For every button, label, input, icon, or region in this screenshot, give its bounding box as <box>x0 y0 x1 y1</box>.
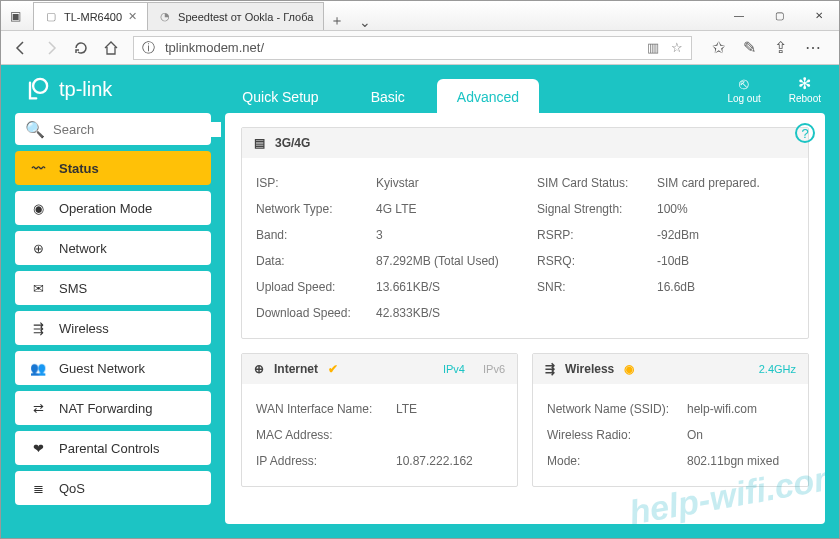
globe-icon: ⊕ <box>29 241 47 256</box>
nav-quick-setup[interactable]: Quick Setup <box>222 79 338 113</box>
sidebar-item-parental-controls[interactable]: ❤Parental Controls <box>15 431 211 465</box>
sidebar: 🔍 〰Status ◉Operation Mode ⊕Network ✉SMS … <box>15 113 211 524</box>
qos-icon: ≣ <box>29 481 47 496</box>
forward-button[interactable] <box>43 40 59 56</box>
share-icon[interactable]: ⇪ <box>774 38 787 57</box>
sidebar-item-guest-network[interactable]: 👥Guest Network <box>15 351 211 385</box>
tplink-logo-icon <box>23 75 51 103</box>
reader-icon[interactable]: ▥ <box>647 40 659 55</box>
sidebar-item-wireless[interactable]: ⇶Wireless <box>15 311 211 345</box>
dot-circle-icon: ◉ <box>29 201 47 216</box>
wifi-icon: ⇶ <box>29 321 47 336</box>
address-bar[interactable]: ⓘ tplinkmodem.net/ ▥ ☆ <box>133 36 692 60</box>
search-input[interactable] <box>53 122 221 137</box>
favorites-icon[interactable]: ✩ <box>712 38 725 57</box>
refresh-button[interactable] <box>73 40 89 56</box>
browser-toolbar: ⓘ tplinkmodem.net/ ▥ ☆ ✩ ✎ ⇪ ⋯ <box>1 31 839 65</box>
reboot-button[interactable]: ✻Reboot <box>789 75 821 104</box>
new-tab-button[interactable]: ＋ <box>323 12 351 30</box>
card-title: Internet <box>274 362 318 376</box>
close-window-button[interactable]: ✕ <box>799 1 839 30</box>
card-title: Wireless <box>565 362 614 376</box>
help-button[interactable]: ? <box>795 123 815 143</box>
favicon-icon: ◔ <box>158 10 172 24</box>
users-icon: 👥 <box>29 361 47 376</box>
tabs-chevron-icon[interactable]: ⌄ <box>351 14 379 30</box>
browser-titlebar: ▣ ▢ TL-MR6400 ✕ ◔ Speedtest от Ookla - Г… <box>1 1 839 31</box>
nav-advanced[interactable]: Advanced <box>437 79 539 113</box>
favicon-icon: ▢ <box>44 10 58 24</box>
notes-icon[interactable]: ✎ <box>743 38 756 57</box>
reboot-icon: ✻ <box>789 75 821 93</box>
browser-tab[interactable]: ◔ Speedtest от Ookla - Глоба <box>147 2 324 30</box>
pulse-icon: 〰 <box>29 161 47 176</box>
band-tag[interactable]: 2.4GHz <box>759 363 796 375</box>
tabs-overview-icon[interactable]: ▣ <box>1 1 29 30</box>
more-icon[interactable]: ⋯ <box>805 38 821 57</box>
router-admin-app: tp-link Quick Setup Basic Advanced ⎋Log … <box>1 65 839 538</box>
app-body: 🔍 〰Status ◉Operation Mode ⊕Network ✉SMS … <box>1 113 839 538</box>
nav-basic[interactable]: Basic <box>351 79 425 113</box>
top-actions: ⎋Log out ✻Reboot <box>727 75 821 104</box>
star-icon[interactable]: ☆ <box>671 40 683 55</box>
sidebar-item-network[interactable]: ⊕Network <box>15 231 211 265</box>
sidebar-item-operation-mode[interactable]: ◉Operation Mode <box>15 191 211 225</box>
wifi-badge-icon: ◉ <box>624 362 634 376</box>
minimize-button[interactable]: — <box>719 1 759 30</box>
sidebar-item-qos[interactable]: ≣QoS <box>15 471 211 505</box>
mail-icon: ✉ <box>29 281 47 296</box>
maximize-button[interactable]: ▢ <box>759 1 799 30</box>
svg-point-0 <box>33 79 47 93</box>
logo: tp-link <box>23 75 112 103</box>
tab-strip: ▢ TL-MR6400 ✕ ◔ Speedtest от Ookla - Гло… <box>29 1 719 30</box>
heart-icon: ❤ <box>29 441 47 456</box>
logo-text: tp-link <box>59 78 112 101</box>
sim-icon: ▤ <box>254 136 265 150</box>
sidebar-item-sms[interactable]: ✉SMS <box>15 271 211 305</box>
window-buttons: — ▢ ✕ <box>719 1 839 30</box>
card-wireless: ⇶ Wireless ◉ 2.4GHz Network Name (SSID):… <box>532 353 809 487</box>
tab-title: TL-MR6400 <box>64 11 122 23</box>
close-icon[interactable]: ✕ <box>128 10 137 23</box>
tab-title: Speedtest от Ookla - Глоба <box>178 11 313 23</box>
sidebar-item-status[interactable]: 〰Status <box>15 151 211 185</box>
back-button[interactable] <box>13 40 29 56</box>
browser-tab[interactable]: ▢ TL-MR6400 ✕ <box>33 2 148 30</box>
search-icon: 🔍 <box>25 120 45 139</box>
ipv4-tab[interactable]: IPv4 <box>443 363 465 375</box>
home-button[interactable] <box>103 40 119 56</box>
app-header: tp-link Quick Setup Basic Advanced ⎋Log … <box>1 65 839 113</box>
content-panel: ? ▤3G/4G ISP:Kyivstar Network Type:4G LT… <box>225 113 825 524</box>
sidebar-item-nat-forwarding[interactable]: ⇄NAT Forwarding <box>15 391 211 425</box>
ipv6-tab[interactable]: IPv6 <box>483 363 505 375</box>
card-3g4g: ▤3G/4G ISP:Kyivstar Network Type:4G LTE … <box>241 127 809 339</box>
card-internet: ⊕ Internet ✔ IPv4 IPv6 WAN Interface Nam… <box>241 353 518 487</box>
sidebar-search[interactable]: 🔍 <box>15 113 211 145</box>
globe-icon: ⊕ <box>254 362 264 376</box>
check-badge-icon: ✔ <box>328 362 338 376</box>
nat-icon: ⇄ <box>29 401 47 416</box>
logout-icon: ⎋ <box>727 75 760 93</box>
wifi-icon: ⇶ <box>545 362 555 376</box>
card-title: 3G/4G <box>275 136 310 150</box>
logout-button[interactable]: ⎋Log out <box>727 75 760 104</box>
top-nav: Quick Setup Basic Advanced <box>222 65 539 113</box>
url-text: tplinkmodem.net/ <box>165 40 264 55</box>
site-info-icon[interactable]: ⓘ <box>142 39 155 57</box>
